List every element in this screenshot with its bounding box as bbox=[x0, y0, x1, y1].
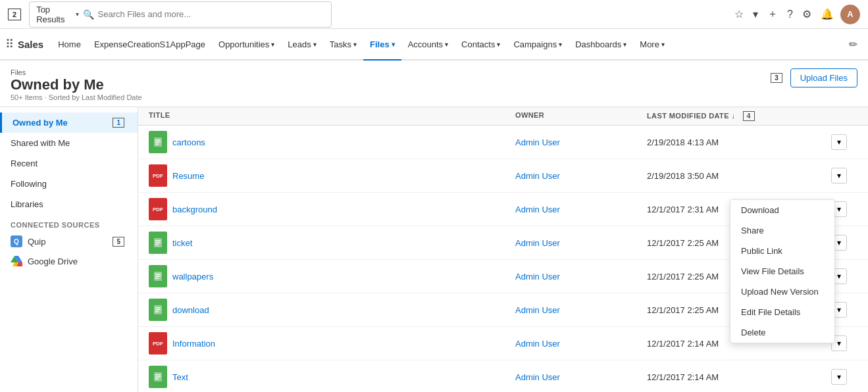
add-icon[interactable]: ＋ bbox=[765, 5, 780, 24]
file-name-cell: download bbox=[149, 299, 515, 321]
nav-more-caret: ▾ bbox=[661, 41, 665, 48]
context-menu-item[interactable]: Edit File Details bbox=[730, 302, 834, 322]
owner-cell: Admin User bbox=[515, 205, 647, 214]
nav-files[interactable]: Files ▾ bbox=[363, 29, 401, 61]
row-action-cell: ▾ bbox=[831, 369, 857, 385]
context-menu-item[interactable]: View File Details bbox=[730, 261, 834, 282]
context-menu-item[interactable]: Download bbox=[730, 200, 834, 220]
favorites-icon[interactable]: ☆ bbox=[732, 5, 746, 23]
owner-link[interactable]: Admin User bbox=[515, 205, 560, 214]
context-menu-item[interactable]: Share bbox=[730, 220, 834, 241]
row-action-cell: ▾ bbox=[831, 335, 857, 351]
step-badge-2: 2 bbox=[8, 9, 21, 20]
nav-edit-icon[interactable]: ✏ bbox=[844, 38, 863, 51]
col-date: LAST MODIFIED DATE ↓ 4 bbox=[647, 111, 831, 121]
nav-campaigns[interactable]: Campaigns ▾ bbox=[507, 29, 569, 61]
content-area: Owned by Me 1 Shared with Me Recent Foll… bbox=[0, 107, 868, 392]
owner-link[interactable]: Admin User bbox=[515, 339, 560, 349]
help-icon[interactable]: ? bbox=[784, 6, 796, 23]
nav-campaigns-caret: ▾ bbox=[559, 41, 562, 48]
page-subtitle: 50+ Items · Sorted by Last Modified Date bbox=[11, 93, 142, 101]
owner-link[interactable]: Admin User bbox=[515, 272, 560, 282]
file-name-cell: wallpapers bbox=[149, 265, 515, 287]
date-cell: 2/19/2018 4:13 AM bbox=[647, 137, 831, 147]
owner-link[interactable]: Admin User bbox=[515, 372, 560, 382]
date-cell: 2/19/2018 3:50 AM bbox=[647, 171, 831, 181]
file-icon bbox=[149, 366, 167, 388]
sidebar-item-recent[interactable]: Recent bbox=[0, 153, 138, 174]
sidebar: Owned by Me 1 Shared with Me Recent Foll… bbox=[0, 107, 138, 392]
file-link[interactable]: Text bbox=[172, 372, 188, 382]
top-results-caret[interactable]: ▾ bbox=[76, 11, 79, 18]
upload-files-button[interactable]: Upload Files bbox=[790, 68, 857, 87]
app-launcher-icon[interactable]: ⠿ bbox=[5, 37, 14, 51]
file-link[interactable]: Resume bbox=[172, 171, 204, 181]
nav-leads-caret: ▾ bbox=[313, 41, 317, 48]
favorites-dropdown[interactable]: ▾ bbox=[750, 5, 761, 23]
sidebar-source-quip[interactable]: Q Quip 5 bbox=[0, 232, 138, 251]
nav-accounts[interactable]: Accounts ▾ bbox=[401, 29, 455, 61]
sidebar-source-gdrive[interactable]: Google Drive bbox=[0, 251, 138, 271]
file-link[interactable]: ticket bbox=[172, 238, 192, 248]
top-results-label[interactable]: Top Results bbox=[36, 5, 71, 24]
sidebar-item-libraries[interactable]: Libraries bbox=[0, 194, 138, 214]
row-action-button[interactable]: ▾ bbox=[831, 134, 847, 150]
row-action-button[interactable]: ▾ bbox=[831, 168, 847, 184]
search-input[interactable] bbox=[98, 9, 325, 19]
sort-icon[interactable]: ↓ bbox=[731, 112, 735, 120]
context-menu-item[interactable]: Delete bbox=[730, 322, 834, 343]
nav-leads[interactable]: Leads ▾ bbox=[281, 29, 322, 61]
file-name-cell: PDF Information bbox=[149, 332, 515, 355]
owner-link[interactable]: Admin User bbox=[515, 137, 560, 147]
row-action-cell: ▾ bbox=[831, 302, 857, 318]
file-link[interactable]: wallpapers bbox=[172, 272, 213, 282]
avatar[interactable]: A bbox=[840, 5, 860, 24]
sidebar-item-owned-by-me[interactable]: Owned by Me 1 bbox=[0, 112, 138, 133]
nav-tasks-caret: ▾ bbox=[353, 41, 357, 48]
nav-dashboards[interactable]: Dashboards ▾ bbox=[569, 29, 633, 61]
sidebar-item-shared-with-me[interactable]: Shared with Me bbox=[0, 133, 138, 153]
file-icon: PDF bbox=[149, 198, 167, 220]
quip-icon: Q bbox=[11, 235, 22, 247]
nav-home[interactable]: Home bbox=[51, 29, 88, 61]
app-name: Sales bbox=[18, 39, 43, 50]
top-bar: 2 Top Results ▾ 🔍 ☆ ▾ ＋ ? ⚙ 🔔 A bbox=[0, 0, 868, 29]
nav-accounts-caret: ▾ bbox=[445, 41, 448, 48]
owner-cell: Admin User bbox=[515, 339, 647, 349]
nav-contacts[interactable]: Contacts ▾ bbox=[455, 29, 507, 61]
table-row: Text Admin User 12/1/2017 2:14 AM ▾ bbox=[138, 360, 868, 392]
file-link[interactable]: cartoons bbox=[172, 137, 205, 147]
file-link[interactable]: download bbox=[172, 305, 209, 315]
file-link[interactable]: background bbox=[172, 205, 217, 214]
nav-tasks[interactable]: Tasks ▾ bbox=[323, 29, 363, 61]
settings-icon[interactable]: ⚙ bbox=[800, 5, 814, 23]
nav-more[interactable]: More ▾ bbox=[633, 29, 671, 61]
col-owner: OWNER bbox=[515, 111, 647, 121]
owner-link[interactable]: Admin User bbox=[515, 171, 560, 181]
nav-contacts-caret: ▾ bbox=[497, 41, 500, 48]
nav-opportunities[interactable]: Opportunities ▾ bbox=[212, 29, 281, 61]
row-action-button[interactable]: ▾ bbox=[831, 369, 847, 385]
owner-cell: Admin User bbox=[515, 272, 647, 282]
page-header-right: 3 Upload Files bbox=[771, 68, 857, 87]
nav-expense[interactable]: ExpenseCreationS1AppPage bbox=[88, 29, 212, 61]
nav-dashboards-caret: ▾ bbox=[623, 41, 626, 48]
table-area: TITLE OWNER LAST MODIFIED DATE ↓ 4 carto… bbox=[138, 107, 868, 392]
file-link[interactable]: Information bbox=[172, 339, 215, 349]
table-row: cartoons Admin User 2/19/2018 4:13 AM ▾ bbox=[138, 126, 868, 159]
main-wrapper: Files Owned by Me 50+ Items · Sorted by … bbox=[0, 61, 868, 392]
row-action-cell: ▾ bbox=[831, 168, 857, 184]
notifications-icon[interactable]: 🔔 bbox=[818, 5, 836, 23]
row-action-cell: ▾ bbox=[831, 201, 857, 217]
context-menu-item[interactable]: Upload New Version bbox=[730, 282, 834, 302]
owner-cell: Admin User bbox=[515, 171, 647, 181]
sidebar-item-following[interactable]: Following bbox=[0, 174, 138, 194]
search-bar: Top Results ▾ 🔍 bbox=[29, 1, 332, 28]
row-action-cell: ▾ bbox=[831, 134, 857, 150]
owner-link[interactable]: Admin User bbox=[515, 238, 560, 248]
step-badge-3: 3 bbox=[771, 73, 782, 83]
file-name-cell: cartoons bbox=[149, 131, 515, 153]
context-menu-item[interactable]: Public Link bbox=[730, 241, 834, 261]
owner-link[interactable]: Admin User bbox=[515, 305, 560, 315]
file-icon bbox=[149, 131, 167, 153]
